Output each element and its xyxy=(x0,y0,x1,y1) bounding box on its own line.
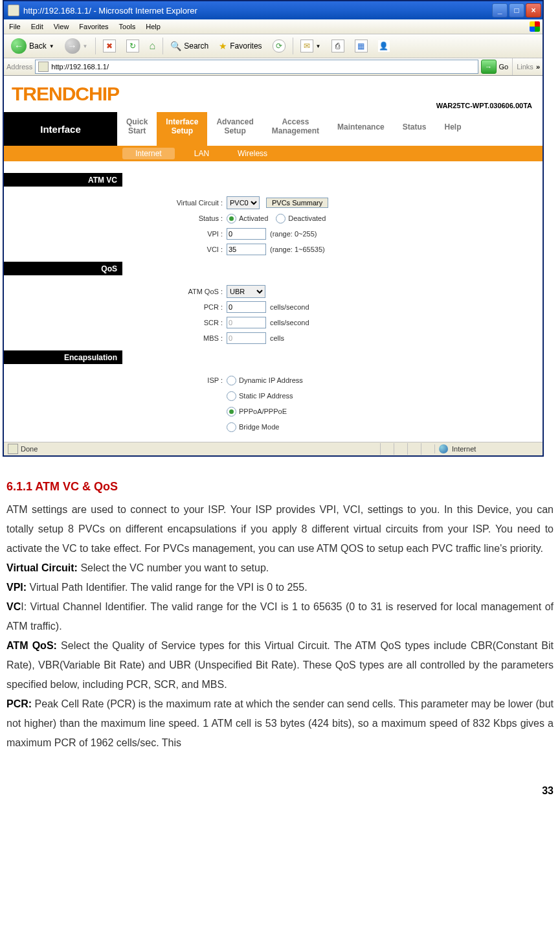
isp-bridge-radio[interactable] xyxy=(227,422,236,432)
virtual-circuit-label: Virtual Circuit : xyxy=(4,199,227,207)
go-button[interactable]: → xyxy=(481,60,497,74)
search-icon: 🔍 xyxy=(170,41,181,51)
edit-button[interactable]: ▦ xyxy=(350,38,372,54)
pcr-label: PCR : xyxy=(4,303,227,311)
screenshot: http://192.168.1.1/ - Microsoft Internet… xyxy=(3,0,544,457)
isp-pppoe-radio[interactable] xyxy=(227,407,236,417)
search-button[interactable]: 🔍Search xyxy=(166,39,213,53)
chevron-down-icon: ▼ xyxy=(83,43,88,49)
refresh-button[interactable]: ↻ xyxy=(122,38,144,54)
history-button[interactable]: ⟳ xyxy=(268,38,290,54)
vci-paragraph: VCI: Virtual Channel Identifier. The val… xyxy=(6,597,554,636)
side-title: Interface xyxy=(4,112,117,146)
home-icon: ⌂ xyxy=(150,40,156,52)
edit-icon: ▦ xyxy=(355,40,368,52)
menu-help[interactable]: Help xyxy=(140,23,166,30)
chevron-right-icon[interactable]: » xyxy=(536,63,540,71)
pcr-hint: cells/second xyxy=(266,303,309,311)
atm-qos-select[interactable]: UBR xyxy=(227,285,265,298)
subtab-wireless[interactable]: Wireless xyxy=(223,149,282,158)
brand-bar: TRENDCHIP WAR25TC-WPT.030606.00TA xyxy=(4,76,543,112)
tab-interface-setup[interactable]: InterfaceSetup xyxy=(157,112,207,146)
isp-label: ISP : xyxy=(4,376,227,384)
zone-text: Internet xyxy=(452,445,476,453)
section-qos: QoS xyxy=(4,262,122,275)
subtab-lan[interactable]: LAN xyxy=(180,149,223,158)
menu-favorites[interactable]: Favorites xyxy=(74,23,113,30)
favorites-button[interactable]: ★Favorites xyxy=(214,39,266,53)
home-button[interactable]: ⌂ xyxy=(145,38,161,54)
menu-view[interactable]: View xyxy=(49,23,74,30)
vpi-paragraph: VPI: Virtual Path Identifier. The valid … xyxy=(6,578,554,597)
back-button[interactable]: ← Back ▼ xyxy=(6,36,59,56)
menu-tools[interactable]: Tools xyxy=(114,23,141,30)
menubar: File Edit View Favorites Tools Help xyxy=(4,19,543,34)
virtual-circuit-select[interactable]: PVC0 xyxy=(227,196,260,209)
vci-input[interactable] xyxy=(227,244,266,255)
stop-button[interactable]: ✖ xyxy=(98,38,120,54)
section-heading: 6.1.1 ATM VC & QoS xyxy=(6,480,554,494)
messenger-button[interactable]: 👤 xyxy=(374,38,394,54)
isp-static-radio[interactable] xyxy=(227,391,236,401)
maximize-button[interactable]: □ xyxy=(509,3,524,17)
minimize-button[interactable]: _ xyxy=(492,3,508,17)
refresh-icon: ↻ xyxy=(126,40,139,52)
vpi-hint: (range: 0~255) xyxy=(266,230,317,238)
close-button[interactable]: × xyxy=(526,3,541,17)
links-label: Links xyxy=(517,63,533,71)
globe-icon xyxy=(439,444,448,453)
firmware-version: WAR25TC-WPT.030606.00TA xyxy=(436,102,532,109)
print-icon: ⎙ xyxy=(331,40,344,52)
messenger-icon: 👤 xyxy=(378,40,390,52)
print-button[interactable]: ⎙ xyxy=(327,38,349,54)
section-encap: Encapsulation xyxy=(4,350,122,364)
back-arrow-icon: ← xyxy=(11,38,27,54)
statusbar: Done Internet xyxy=(4,442,543,455)
stop-icon: ✖ xyxy=(103,40,116,52)
status-label: Status : xyxy=(4,214,227,222)
tab-maintenance[interactable]: Maintenance xyxy=(328,112,394,146)
mbs-hint: cells xyxy=(266,334,284,342)
tab-access-management[interactable]: AccessManagement xyxy=(263,112,328,146)
main-tabs: Interface QuickStart InterfaceSetup Adva… xyxy=(4,112,543,146)
status-activated-radio[interactable] xyxy=(227,214,236,223)
mbs-input[interactable] xyxy=(227,332,266,344)
vc-paragraph: Virtual Circuit: Select the VC number yo… xyxy=(6,558,554,578)
window-title: http://192.168.1.1/ - Microsoft Internet… xyxy=(23,6,492,16)
menu-edit[interactable]: Edit xyxy=(26,23,49,30)
isp-dynamic-radio[interactable] xyxy=(227,376,236,385)
tab-help[interactable]: Help xyxy=(435,112,470,146)
address-input[interactable]: http://192.168.1.1/ xyxy=(35,60,478,74)
scr-input[interactable] xyxy=(227,317,266,328)
status-deactivated-radio[interactable] xyxy=(276,214,286,223)
windows-flag-icon xyxy=(530,21,540,32)
web-content: TRENDCHIP WAR25TC-WPT.030606.00TA Interf… xyxy=(4,76,543,442)
tab-status[interactable]: Status xyxy=(394,112,436,146)
atm-qos-label: ATM QoS : xyxy=(4,288,227,295)
titlebar: http://192.168.1.1/ - Microsoft Internet… xyxy=(4,1,543,19)
config-form: ATM VC Virtual Circuit : PVC0 PVCs Summa… xyxy=(4,173,543,442)
mbs-label: MBS : xyxy=(4,334,227,342)
forward-button[interactable]: → ▼ xyxy=(60,36,93,56)
mail-button[interactable]: ✉▼ xyxy=(296,38,326,54)
go-label: Go xyxy=(499,63,509,71)
page-number: 33 xyxy=(0,753,560,810)
vpi-label: VPI : xyxy=(4,230,227,238)
status-done: Done xyxy=(21,445,38,453)
pvcs-summary-button[interactable]: PVCs Summary xyxy=(266,198,328,208)
document-body: 6.1.1 ATM VC & QoS ATM settings are used… xyxy=(0,457,554,753)
address-label: Address xyxy=(6,63,32,71)
address-bar: Address http://192.168.1.1/ → Go Links » xyxy=(4,58,543,76)
tab-advanced-setup[interactable]: AdvancedSetup xyxy=(207,112,262,146)
subtab-internet[interactable]: Internet xyxy=(122,148,175,159)
tab-quick-start[interactable]: QuickStart xyxy=(117,112,157,146)
vci-label: VCI : xyxy=(4,246,227,253)
scr-label: SCR : xyxy=(4,319,227,326)
pcr-input[interactable] xyxy=(227,301,266,313)
toolbar: ← Back ▼ → ▼ ✖ ↻ ⌂ 🔍Search ★Favorites ⟳ … xyxy=(4,34,543,58)
menu-file[interactable]: File xyxy=(4,23,26,30)
section-atmvc: ATM VC xyxy=(4,173,122,187)
vpi-input[interactable] xyxy=(227,228,266,240)
vci-hint: (range: 1~65535) xyxy=(266,246,325,253)
history-icon: ⟳ xyxy=(273,40,286,52)
